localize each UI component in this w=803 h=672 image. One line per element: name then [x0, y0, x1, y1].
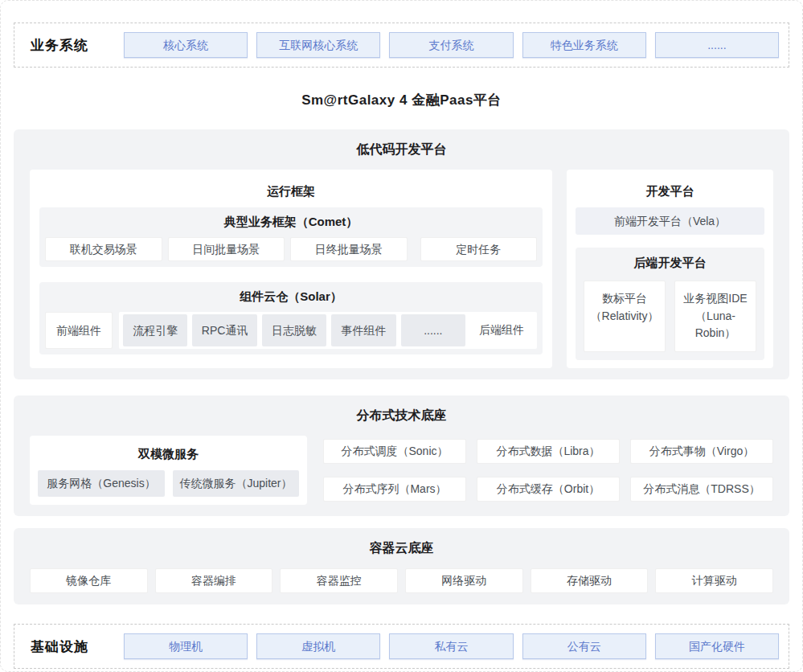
storage-driver-box: 存储驱动 — [531, 568, 649, 593]
frontend-dev-platform-vela: 前端开发平台（Vela） — [576, 207, 764, 235]
container-cloud-section: 容器云底座 镜像仓库 容器编排 容器监控 网络驱动 存储驱动 计算驱动 — [14, 528, 789, 604]
component-process-engine: 流程引擎 — [123, 314, 187, 346]
business-view-ide-line1: 业务视图IDE — [677, 290, 754, 308]
business-systems-band: 业务系统 核心系统 互联网核心系统 支付系统 特色业务系统 ...... — [14, 23, 789, 68]
infrastructure-label: 基础设施 — [24, 637, 124, 656]
image-registry-box: 镜像仓库 — [30, 568, 148, 593]
distributed-base-title: 分布式技术底座 — [30, 408, 773, 424]
backend-component-label: 后端组件 — [470, 323, 533, 338]
component-rpc: RPC通讯 — [192, 314, 256, 346]
traditional-microservice-jupiter: 传统微服务（Jupiter） — [173, 470, 299, 497]
dual-mode-row: 服务网格（Genesis） 传统微服务（Jupiter） — [38, 470, 299, 497]
distributed-base-section: 分布式技术底座 双模微服务 服务网格（Genesis） 传统微服务（Jupite… — [14, 395, 789, 516]
data-standard-platform-line1: 数标平台 — [586, 290, 663, 308]
platform-architecture-diagram: 业务系统 核心系统 互联网核心系统 支付系统 特色业务系统 ...... Sm@… — [0, 0, 803, 672]
distributed-cache-orbit: 分布式缓存（Orbit） — [477, 477, 620, 502]
component-event: 事件组件 — [331, 314, 395, 346]
infra-physical-machine: 物理机 — [124, 633, 248, 659]
data-standard-platform-line2: （Relativity） — [586, 308, 663, 326]
distributed-transaction-virgo: 分布式事物（Virgo） — [630, 439, 773, 464]
page-title: Sm@rtGalaxy 4 金融Paas平台 — [14, 91, 789, 109]
scenario-eod-batch: 日终批量场景 — [290, 237, 408, 261]
lowcode-section-title: 低代码开发平台 — [30, 141, 773, 158]
container-orchestration-box: 容器编排 — [155, 568, 273, 593]
data-standard-platform-relativity: 数标平台 （Relativity） — [584, 281, 666, 352]
business-system-payment: 支付系统 — [389, 32, 513, 58]
compute-driver-box: 计算驱动 — [655, 568, 773, 593]
dual-mode-microservice-title: 双模微服务 — [38, 447, 299, 462]
infra-private-cloud: 私有云 — [389, 633, 513, 659]
container-cloud-title: 容器云底座 — [30, 540, 773, 557]
infra-virtual-machine: 虚拟机 — [256, 633, 380, 659]
infra-domestic-hardware: 国产化硬件 — [655, 633, 779, 659]
distributed-body: 双模微服务 服务网格（Genesis） 传统微服务（Jupiter） 分布式调度… — [30, 436, 773, 505]
comet-framework-title: 典型业务框架（Comet） — [45, 215, 537, 230]
business-view-ide-luna-robin: 业务视图IDE （Luna-Robin） — [674, 281, 756, 352]
business-system-more: ...... — [655, 32, 779, 58]
business-systems-chips: 核心系统 互联网核心系统 支付系统 特色业务系统 ...... — [124, 32, 779, 58]
scenario-online-transaction: 联机交易场景 — [45, 237, 162, 261]
component-log-masking: 日志脱敏 — [262, 314, 326, 346]
distributed-services-grid: 分布式调度（Sonic） 分布式数据（Libra） 分布式事物（Virgo） 分… — [323, 436, 773, 505]
dev-platform-title: 开发平台 — [576, 184, 764, 199]
solar-component-panel: 组件云仓（Solar） 前端组件 流程引擎 RPC通讯 日志脱敏 事件组件 ..… — [39, 282, 543, 354]
comet-scenarios-row: 联机交易场景 日间批量场景 日终批量场景 定时任务 — [45, 237, 537, 261]
scenario-intraday-batch: 日间批量场景 — [168, 237, 285, 261]
infra-public-cloud: 公有云 — [522, 633, 646, 659]
container-monitoring-box: 容器监控 — [280, 568, 398, 593]
infrastructure-band: 基础设施 物理机 虚拟机 私有云 公有云 国产化硬件 — [14, 624, 789, 669]
backend-dev-platform-panel: 后端开发平台 数标平台 （Relativity） 业务视图IDE （Luna-R… — [576, 248, 764, 360]
distributed-sequence-mars: 分布式序列（Mars） — [323, 477, 466, 502]
lowcode-platform-section: 低代码开发平台 运行框架 典型业务框架（Comet） 联机交易场景 日间批量场景… — [14, 129, 789, 379]
lowcode-body: 运行框架 典型业务框架（Comet） 联机交易场景 日间批量场景 日终批量场景 … — [30, 170, 773, 368]
business-view-ide-line2: （Luna-Robin） — [677, 308, 754, 342]
dev-platform-card: 开发平台 前端开发平台（Vela） 后端开发平台 数标平台 （Relativit… — [567, 170, 773, 368]
comet-framework-panel: 典型业务框架（Comet） 联机交易场景 日间批量场景 日终批量场景 定时任务 — [39, 207, 543, 267]
backend-dev-platform-title: 后端开发平台 — [584, 256, 756, 271]
solar-component-title: 组件云仓（Solar） — [45, 289, 537, 305]
business-system-internet-core: 互联网核心系统 — [256, 32, 380, 58]
service-mesh-genesis: 服务网格（Genesis） — [38, 470, 165, 497]
container-cloud-row: 镜像仓库 容器编排 容器监控 网络驱动 存储驱动 计算驱动 — [30, 568, 773, 593]
solar-components-row: 前端组件 流程引擎 RPC通讯 日志脱敏 事件组件 ...... 后端组件 — [45, 312, 537, 349]
runtime-framework-card: 运行框架 典型业务框架（Comet） 联机交易场景 日间批量场景 日终批量场景 … — [30, 170, 552, 368]
business-system-special: 特色业务系统 — [522, 32, 646, 58]
infrastructure-chips: 物理机 虚拟机 私有云 公有云 国产化硬件 — [124, 633, 779, 659]
frontend-component-box: 前端组件 — [45, 312, 113, 349]
distributed-scheduling-sonic: 分布式调度（Sonic） — [323, 439, 466, 464]
business-system-core: 核心系统 — [124, 32, 248, 58]
backend-components-strip: 流程引擎 RPC通讯 日志脱敏 事件组件 ...... 后端组件 — [119, 312, 537, 349]
dual-mode-microservice-card: 双模微服务 服务网格（Genesis） 传统微服务（Jupiter） — [30, 436, 307, 505]
business-systems-label: 业务系统 — [24, 36, 124, 55]
scenario-scheduled-task: 定时任务 — [420, 237, 538, 261]
distributed-data-libra: 分布式数据（Libra） — [477, 439, 620, 464]
backend-dev-platform-row: 数标平台 （Relativity） 业务视图IDE （Luna-Robin） — [584, 281, 756, 352]
network-driver-box: 网络驱动 — [405, 568, 523, 593]
runtime-framework-title: 运行框架 — [39, 184, 543, 199]
component-more: ...... — [401, 314, 465, 346]
distributed-message-tdrss: 分布式消息（TDRSS） — [630, 477, 773, 502]
